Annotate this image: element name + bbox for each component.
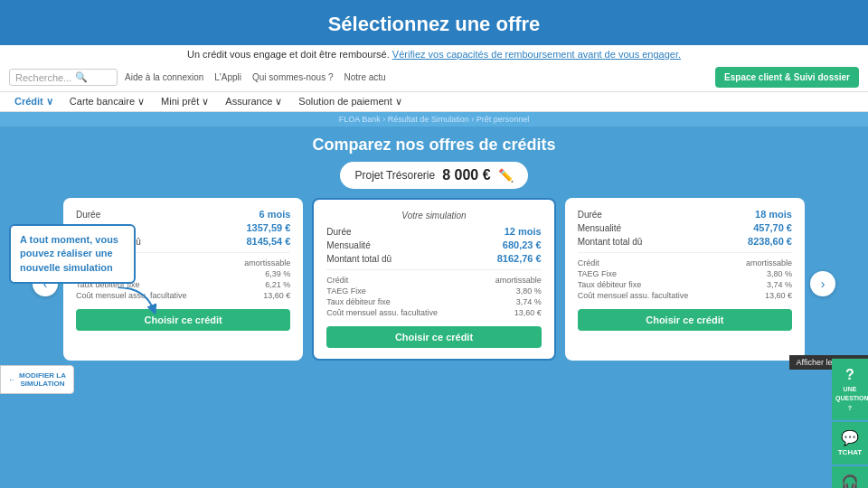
project-name: Projet Trésorerie bbox=[354, 169, 435, 182]
mensualite-label-2: Mensualité bbox=[326, 240, 370, 250]
duree-label-1: Durée bbox=[76, 210, 100, 220]
duree-value-2: 12 mois bbox=[505, 226, 542, 237]
breadcrumb: FLOA Bank › Résultat de Simulation › Prê… bbox=[0, 112, 868, 127]
menu-credit[interactable]: Crédit ∨ bbox=[14, 96, 53, 108]
mensualite-label-3: Mensualité bbox=[578, 223, 621, 233]
modifier-label: MODIFIER LA SIMULATION bbox=[19, 371, 66, 388]
cards-row: ‹ Durée 6 mois Mensualité 1357,59 € Mont… bbox=[18, 198, 850, 370]
choose-button-3[interactable]: Choisir ce crédit bbox=[578, 309, 792, 331]
comparez-title: Comparez nos offres de crédits bbox=[18, 136, 850, 155]
card-3-montant: Montant total dû 8238,60 € bbox=[578, 236, 792, 247]
nav-links: Aide à la connexion L'Appli Qui sommes-n… bbox=[125, 72, 708, 82]
taeg-label-2: TAEG Fixe bbox=[326, 286, 365, 296]
page-title: Sélectionnez une offre bbox=[0, 13, 868, 36]
credit-value-1: amortissable bbox=[244, 258, 290, 267]
cout-value-2: 13,60 € bbox=[514, 308, 542, 317]
tooltip-bubble: A tout moment, vous pouvez réaliser une … bbox=[9, 224, 136, 284]
cout-value-1: 13,60 € bbox=[263, 291, 290, 300]
breadcrumb-text: FLOA Bank › Résultat de Simulation › Prê… bbox=[339, 115, 530, 124]
taux-value-2: 3,74 % bbox=[516, 297, 542, 306]
cout-value-3: 13,60 € bbox=[765, 291, 792, 300]
question-button[interactable]: ? UNE QUESTION ? bbox=[832, 359, 868, 420]
duree-label-3: Durée bbox=[578, 210, 602, 220]
menu-assurance[interactable]: Assurance ∨ bbox=[225, 96, 282, 108]
menu-carte[interactable]: Carte bancaire ∨ bbox=[70, 96, 145, 108]
acceo-button[interactable]: 🎧 ACCEO bbox=[832, 466, 868, 488]
credit-label-2: Crédit bbox=[326, 276, 348, 285]
search-box[interactable]: Recherche... 🔍 bbox=[9, 69, 118, 86]
duree-value-3: 18 mois bbox=[755, 209, 792, 220]
card-2-taeg: TAEG Fixe 3,80 % bbox=[326, 286, 541, 296]
montant-label-3: Montant total dû bbox=[578, 237, 643, 247]
nav-appli[interactable]: L'Appli bbox=[214, 72, 241, 82]
cout-label-2: Coût mensuel assu. facultative bbox=[326, 308, 438, 317]
taeg-value-2: 3,80 % bbox=[516, 286, 542, 296]
taux-value-1: 6,21 % bbox=[265, 280, 290, 289]
credit-value-2: amortissable bbox=[495, 276, 542, 285]
taux-value-3: 3,74 % bbox=[767, 280, 792, 289]
card-3-cout: Coût mensuel assu. facultative 13,60 € bbox=[578, 291, 792, 300]
montant-value-3: 8238,60 € bbox=[748, 236, 792, 247]
card-2-duree: Durée 12 mois bbox=[326, 226, 541, 237]
montant-value-2: 8162,76 € bbox=[497, 253, 542, 264]
content-area: A tout moment, vous pouvez réaliser une … bbox=[0, 127, 868, 370]
arrow-right-button[interactable]: › bbox=[810, 271, 835, 296]
arrow-left-icon: ← bbox=[8, 376, 15, 384]
tchat-button[interactable]: 💬 TCHAT bbox=[832, 422, 868, 465]
duree-value-1: 6 mois bbox=[259, 209, 290, 220]
menu-bar: Crédit ∨ Carte bancaire ∨ Mini prêt ∨ As… bbox=[0, 92, 868, 112]
card-3-taux: Taux débiteur fixe 3,74 % bbox=[578, 280, 792, 289]
headphone-icon: 🎧 bbox=[835, 474, 864, 488]
montant-label-2: Montant total dû bbox=[326, 254, 392, 264]
duree-label-2: Durée bbox=[326, 227, 351, 237]
mensualite-value-3: 457,70 € bbox=[753, 222, 792, 233]
card-3-credit: Crédit amortissable bbox=[578, 258, 792, 267]
choose-button-2[interactable]: Choisir ce crédit bbox=[326, 326, 541, 348]
tooltip-arrow bbox=[108, 287, 163, 314]
search-placeholder: Recherche... bbox=[15, 72, 71, 83]
credit-label-3: Crédit bbox=[578, 258, 599, 267]
card-3: Durée 18 mois Mensualité 457,70 € Montan… bbox=[565, 198, 805, 361]
nav-aide[interactable]: Aide à la connexion bbox=[125, 72, 203, 82]
right-sidebar: ? UNE QUESTION ? 💬 TCHAT 🎧 ACCEO bbox=[832, 359, 868, 488]
project-amount: 8 000 € bbox=[442, 167, 490, 183]
question-label: UNE QUESTION ? bbox=[835, 386, 868, 411]
taeg-value-3: 3,80 % bbox=[767, 269, 792, 278]
menu-mini-pret[interactable]: Mini prêt ∨ bbox=[161, 96, 209, 108]
nav-actu[interactable]: Notre actu bbox=[344, 72, 386, 82]
mensualite-value-2: 680,23 € bbox=[503, 239, 542, 250]
tchat-label: TCHAT bbox=[838, 448, 863, 456]
menu-solution[interactable]: Solution de paiement ∨ bbox=[298, 96, 401, 108]
card-3-taeg: TAEG Fixe 3,80 % bbox=[578, 269, 792, 278]
cout-label-3: Coût mensuel assu. facultative bbox=[578, 291, 689, 300]
question-icon: ? bbox=[835, 366, 864, 385]
card-2-taux: Taux débiteur fixe 3,74 % bbox=[326, 297, 541, 306]
espace-client-button[interactable]: Espace client & Suivi dossier bbox=[715, 67, 859, 88]
project-label: Projet Trésorerie 8 000 € ✏️ bbox=[340, 162, 527, 189]
card-2-mensualite: Mensualité 680,23 € bbox=[326, 239, 541, 250]
credit-value-3: amortissable bbox=[746, 258, 792, 267]
tooltip-text: A tout moment, vous pouvez réaliser une … bbox=[20, 234, 118, 273]
taux-label-2: Taux débiteur fixe bbox=[326, 297, 391, 306]
search-icon: 🔍 bbox=[75, 71, 88, 83]
card-3-duree: Durée 18 mois bbox=[578, 209, 792, 220]
card-2-credit: Crédit amortissable bbox=[326, 276, 541, 285]
nav-qui[interactable]: Qui sommes-nous ? bbox=[252, 72, 333, 82]
main-header: Sélectionnez une offre bbox=[0, 0, 868, 45]
taeg-value-1: 6,39 % bbox=[265, 269, 290, 278]
warning-text: Un crédit vous engage et doit être rembo… bbox=[187, 49, 390, 60]
warning-link[interactable]: Vérifiez vos capacités de remboursement … bbox=[392, 49, 681, 60]
card-1-duree: Durée 6 mois bbox=[76, 209, 290, 220]
edit-icon[interactable]: ✏️ bbox=[498, 168, 514, 183]
montant-value-1: 8145,54 € bbox=[246, 236, 290, 247]
chat-icon: 💬 bbox=[835, 429, 864, 448]
taux-label-3: Taux débiteur fixe bbox=[578, 280, 642, 289]
warning-bar: Un crédit vous engage et doit être rembo… bbox=[0, 45, 868, 63]
featured-label: Votre simulation bbox=[326, 211, 541, 221]
project-bar: Projet Trésorerie 8 000 € ✏️ bbox=[18, 162, 850, 189]
card-2-cout: Coût mensuel assu. facultative 13,60 € bbox=[326, 308, 541, 317]
navbar: Recherche... 🔍 Aide à la connexion L'App… bbox=[0, 63, 868, 92]
card-3-mensualite: Mensualité 457,70 € bbox=[578, 222, 792, 233]
card-2: Votre simulation Durée 12 mois Mensualit… bbox=[312, 198, 555, 361]
modifier-simulation-button[interactable]: ← MODIFIER LA SIMULATION bbox=[0, 365, 74, 394]
